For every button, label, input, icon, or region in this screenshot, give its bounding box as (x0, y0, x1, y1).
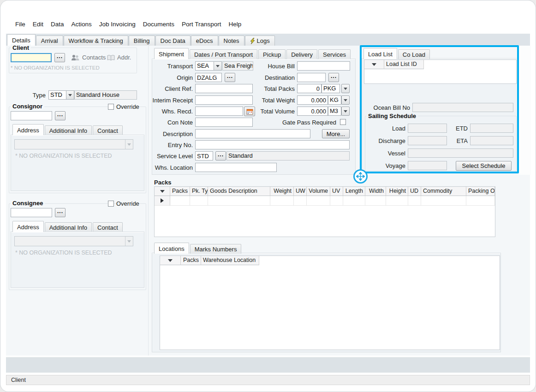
tab-notes[interactable]: Notes (219, 36, 244, 46)
packs-cell[interactable] (190, 196, 208, 206)
menu-documents[interactable]: Documents (139, 19, 178, 30)
menu-job-invoicing[interactable]: Job Invoicing (95, 19, 139, 30)
packs-cell[interactable] (307, 196, 330, 206)
menu-file[interactable]: File (12, 19, 29, 30)
marks-numbers-tab[interactable]: Marks Numbers (190, 244, 242, 254)
tab-arrival[interactable]: Arrival (36, 36, 63, 46)
tab-edocs[interactable]: eDocs (191, 36, 218, 46)
whs-recd-calendar-button[interactable] (244, 107, 255, 116)
packs-cell[interactable] (170, 196, 190, 206)
consignor-tab-additional-info[interactable]: Additional Info (45, 125, 92, 135)
gate-pass-checkbox[interactable] (340, 119, 346, 125)
service-level-input[interactable] (195, 151, 213, 160)
consignee-input[interactable] (11, 208, 52, 217)
menu-help[interactable]: Help (225, 19, 245, 30)
tab-billing[interactable]: Billing (129, 36, 155, 46)
packs-column-header[interactable]: Length (343, 187, 365, 196)
packs-grid-new-row[interactable] (155, 196, 495, 206)
packs-column-header[interactable]: Height (386, 187, 408, 196)
whs-recd-input[interactable] (195, 107, 243, 116)
packs-column-header[interactable]: Volume (307, 187, 330, 196)
client-browse-button[interactable]: ... (54, 53, 65, 62)
packs-column-header[interactable]: Pk. Ty (190, 187, 208, 196)
packs-column-header[interactable]: Width (365, 187, 386, 196)
consignee-tab-address[interactable]: Address (12, 221, 44, 232)
packs-column-header[interactable]: Goods Description (208, 187, 270, 196)
packs-row-selector[interactable] (155, 196, 170, 206)
total-packs-unit-dropdown[interactable] (341, 84, 350, 93)
total-weight-input[interactable] (297, 95, 328, 105)
house-bill-input[interactable] (297, 61, 350, 71)
consignor-input[interactable] (11, 111, 52, 120)
menu-actions[interactable]: Actions (68, 19, 95, 30)
destination-input[interactable] (297, 73, 326, 82)
consignee-override-checkbox[interactable] (108, 201, 114, 207)
load-list-tab[interactable]: Load List (363, 48, 397, 59)
packs-cell[interactable] (408, 196, 421, 206)
select-schedule-button[interactable]: Select Schedule (456, 161, 512, 171)
consignee-address-combo[interactable] (14, 236, 133, 246)
packs-column-header[interactable]: Packs (170, 187, 190, 196)
shipment-tab-shipment[interactable]: Shipment (154, 48, 189, 59)
locations-column-header[interactable]: Warehouse Location (201, 256, 259, 265)
total-volume-input[interactable] (297, 107, 328, 116)
client-input[interactable] (11, 53, 52, 62)
highlight-move-handle[interactable] (353, 169, 368, 184)
destination-browse-button[interactable]: ... (328, 73, 339, 82)
transport-combo-arrow[interactable] (214, 62, 221, 70)
packs-cell[interactable] (386, 196, 408, 206)
locations-tab[interactable]: Locations (154, 243, 189, 254)
total-packs-unit-field[interactable]: PKG (322, 84, 340, 93)
whs-location-input[interactable] (195, 163, 277, 172)
service-level-browse-button[interactable]: ... (215, 151, 226, 160)
total-weight-unit-field[interactable]: KG (328, 95, 341, 105)
total-packs-input[interactable] (297, 84, 322, 93)
menu-data[interactable]: Data (47, 19, 68, 30)
entry-no-input[interactable] (195, 140, 350, 149)
tab-doc-data[interactable]: Doc Data (155, 36, 191, 46)
tab-logs[interactable]: Logs (245, 36, 275, 46)
total-volume-unit-dropdown[interactable] (341, 107, 350, 116)
consignee-tab-additional-info[interactable]: Additional Info (45, 222, 92, 232)
packs-cell[interactable] (365, 196, 386, 206)
co-load-tab[interactable]: Co Load (398, 49, 430, 59)
consignee-tab-contact[interactable]: Contact (93, 222, 123, 232)
packs-column-header[interactable]: Weight (270, 187, 294, 196)
shipment-tab-services[interactable]: Services (318, 49, 351, 59)
transport-combo[interactable]: SEA (195, 61, 222, 71)
type-combo[interactable]: STD (48, 90, 74, 100)
packs-cell[interactable] (330, 196, 343, 206)
con-note-input[interactable] (195, 118, 253, 127)
consignor-tab-contact[interactable]: Contact (93, 125, 123, 135)
locations-column-header[interactable]: Packs (181, 256, 201, 265)
packs-cell[interactable] (466, 196, 495, 206)
description-input[interactable] (195, 129, 310, 138)
more-button[interactable]: More... (322, 129, 350, 138)
client-contacts-button[interactable]: Contacts (71, 54, 106, 61)
load-list-id-column-header[interactable]: Load List ID (384, 60, 424, 69)
packs-cell[interactable] (421, 196, 466, 206)
consignor-tab-address[interactable]: Address (12, 124, 44, 135)
packs-column-header[interactable]: Commodity (421, 187, 466, 196)
packs-cell[interactable] (343, 196, 365, 206)
client-ref-input[interactable] (195, 84, 253, 93)
origin-input[interactable] (195, 73, 222, 82)
consignor-override-checkbox[interactable] (108, 104, 114, 110)
consignor-address-combo[interactable] (14, 139, 133, 149)
consignor-browse-button[interactable]: ... (55, 111, 66, 120)
packs-column-header[interactable]: UW (294, 187, 307, 196)
client-addr-button[interactable]: Addr. (107, 54, 131, 61)
type-combo-arrow[interactable] (66, 91, 74, 99)
packs-column-header[interactable]: UD (408, 187, 421, 196)
menu-port-transport[interactable]: Port Transport (178, 19, 225, 30)
origin-browse-button[interactable]: ... (225, 73, 235, 82)
shipment-tab-dates-port-transport[interactable]: Dates / Port Transport (190, 49, 257, 59)
shipment-tab-pickup[interactable]: Pickup (258, 49, 286, 59)
shipment-tab-delivery[interactable]: Delivery (286, 49, 317, 59)
packs-cell[interactable] (208, 196, 270, 206)
consignee-browse-button[interactable]: ... (55, 208, 66, 217)
packs-column-header[interactable]: UV (330, 187, 343, 196)
packs-column-header[interactable]: Packing Or (466, 187, 495, 196)
total-weight-unit-dropdown[interactable] (341, 95, 350, 105)
packs-cell[interactable] (294, 196, 307, 206)
